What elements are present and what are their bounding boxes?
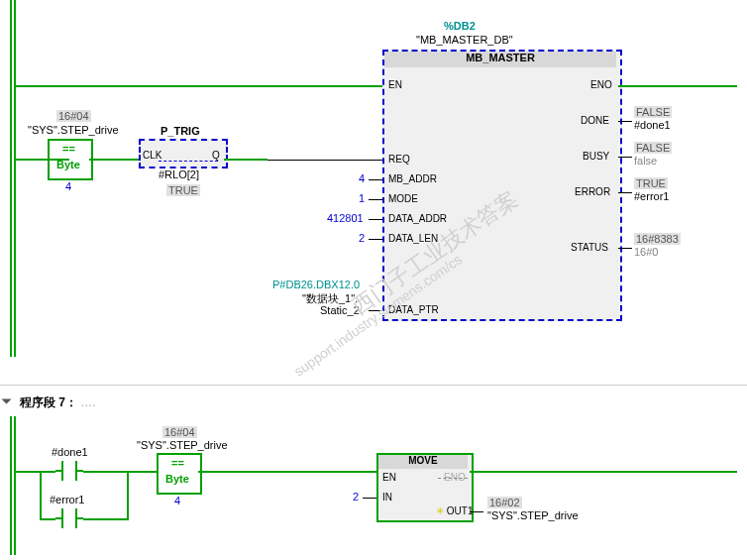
wire-mode <box>369 199 382 200</box>
compare-val: 4 <box>65 180 71 192</box>
n7-rung-a-right <box>83 471 129 473</box>
wire-mbaddr <box>369 179 382 180</box>
rung-en-line <box>16 85 382 87</box>
move-in-val: 2 <box>353 491 359 503</box>
error-value: TRUE <box>634 177 668 189</box>
section-expand-icon[interactable] <box>2 399 12 404</box>
db-tag-label: %DB2 <box>444 20 476 32</box>
n7-cmp-const: 16#04 <box>162 426 197 438</box>
move-out-const: 16#02 <box>487 497 522 508</box>
n7-rung-a-left <box>16 471 55 473</box>
n7-rung-b-left <box>40 518 55 520</box>
wire-dataaddr <box>369 219 382 220</box>
rung-eno-line <box>618 85 737 87</box>
val-mbaddr: 4 <box>359 172 365 184</box>
wire-error <box>618 192 632 193</box>
pin-error: ERROR <box>575 186 610 197</box>
pin-mbaddr: MB_ADDR <box>388 173 437 184</box>
pin-dataptr: DATA_PTR <box>388 304 439 315</box>
power-rail-inner <box>14 0 16 357</box>
rung-req-right1 <box>224 159 267 161</box>
network7-title: 程序段 7： …. <box>20 394 96 411</box>
n7-cmp-val: 4 <box>174 495 180 506</box>
pin-req: REQ <box>388 154 410 165</box>
power-rail-outer <box>10 0 12 357</box>
n7-eno-line <box>470 471 737 473</box>
val-datalen: 2 <box>359 232 365 244</box>
move-en: EN <box>382 472 396 483</box>
compare-type: Byte <box>56 159 80 170</box>
move-out: ✳ OUT1 <box>436 505 473 516</box>
move-in: IN <box>382 492 392 503</box>
wire-move-in <box>363 498 376 499</box>
n7-cmp-tag: "SYS".STEP_drive <box>137 439 228 451</box>
dataptr-top: P#DB26.DBX12.0 <box>272 279 360 290</box>
ptrig-dash-line <box>159 161 218 162</box>
dataptr-bot: Static_2 <box>320 304 360 316</box>
network-divider <box>0 385 747 386</box>
n7-branch-vleft <box>40 471 42 520</box>
pin-status: STATUS <box>571 242 608 253</box>
status-value: 16#8383 <box>634 233 681 245</box>
error-tag: #error1 <box>634 190 669 202</box>
ptrig-q: Q <box>212 150 220 161</box>
n7-error-contact[interactable] <box>55 508 83 528</box>
compare-tag: "SYS".STEP_drive <box>28 124 119 136</box>
wire-datalen <box>369 239 382 240</box>
n7-merge-line <box>127 471 157 473</box>
wire-move-out <box>470 511 483 512</box>
move-title: MOVE <box>378 455 468 469</box>
pin-done: DONE <box>581 115 609 126</box>
n7-done-contact[interactable] <box>55 461 83 481</box>
n7-rail-inner <box>14 416 16 555</box>
pin-eno: ENO <box>590 79 612 90</box>
n7-cmp-op: == <box>171 457 184 469</box>
ptrig-val: TRUE <box>166 184 200 196</box>
pin-datalen: DATA_LEN <box>388 233 438 244</box>
n7-done-tag: #done1 <box>52 446 88 458</box>
pin-mode: MODE <box>388 193 418 204</box>
ptrig-tag: #RLO[2] <box>159 168 199 180</box>
done-value: FALSE <box>634 106 672 118</box>
done-tag: #done1 <box>634 119 671 131</box>
wire-busy <box>618 157 632 158</box>
rung-req-mid <box>89 159 139 161</box>
n7-cmp-type: Byte <box>165 473 189 485</box>
busy-value: FALSE <box>634 142 672 154</box>
wire-status <box>618 248 632 249</box>
ptrig-title: P_TRIG <box>160 125 200 137</box>
rung-req-right2 <box>267 160 382 161</box>
compare-const: 16#04 <box>56 110 91 122</box>
wire-done <box>618 121 632 122</box>
move-eno-dash <box>438 478 468 479</box>
db-name-label: "MB_MASTER_DB" <box>416 34 513 46</box>
n7-branch-vright <box>127 471 129 520</box>
wire-dataptr <box>369 310 382 311</box>
mb-master-block[interactable] <box>382 50 622 321</box>
n7-line-to-move <box>198 471 376 473</box>
mb-master-title: MB_MASTER <box>384 52 616 67</box>
move-out-tag: "SYS".STEP_drive <box>487 509 579 521</box>
n7-rung-b-right <box>83 518 129 520</box>
compare-op: == <box>62 143 75 155</box>
n7-error-tag: #error1 <box>50 494 84 505</box>
val-mode: 1 <box>359 192 365 204</box>
val-dataaddr: 412801 <box>327 212 364 224</box>
pin-dataaddr: DATA_ADDR <box>388 213 447 224</box>
status-tag: 16#0 <box>634 246 658 258</box>
pin-en: EN <box>388 79 402 90</box>
busy-tag: false <box>634 155 657 167</box>
n7-rail-outer <box>10 416 12 555</box>
ptrig-clk: CLK <box>143 150 161 161</box>
pin-busy: BUSY <box>583 151 609 162</box>
